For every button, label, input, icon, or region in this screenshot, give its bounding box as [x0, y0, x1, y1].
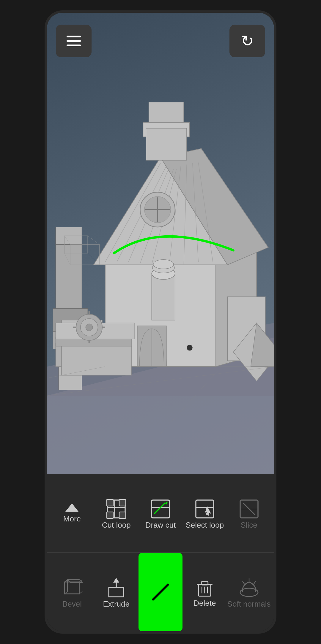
draw-cut-label: Draw cut	[145, 521, 176, 529]
cut-loop-button[interactable]: Cut loop	[94, 474, 139, 552]
slice-icon	[237, 497, 261, 521]
phone-frame: ↺	[45, 10, 276, 634]
slice-label: Slice	[240, 521, 257, 529]
draw-stroke-button[interactable]	[139, 553, 183, 631]
soft-normals-button[interactable]: Soft normals	[227, 553, 271, 631]
svg-line-71	[155, 503, 165, 513]
menu-button[interactable]	[56, 25, 92, 57]
svg-rect-65	[107, 499, 113, 506]
svg-rect-39	[62, 346, 131, 375]
slice-button[interactable]: Slice	[227, 474, 271, 552]
hamburger-icon	[67, 36, 81, 46]
draw-stroke-icon	[149, 580, 172, 604]
svg-rect-66	[119, 499, 126, 506]
delete-label: Delete	[193, 599, 216, 607]
cut-loop-label: Cut loop	[102, 521, 131, 529]
toolbar-row-1: More Cut loop	[47, 474, 274, 552]
bevel-icon	[60, 576, 84, 600]
svg-point-57	[153, 260, 174, 269]
extrude-button[interactable]: Extrude	[94, 553, 139, 631]
svg-point-26	[187, 345, 193, 351]
svg-rect-68	[119, 512, 126, 518]
cut-loop-icon	[104, 497, 128, 521]
select-loop-icon	[193, 497, 217, 521]
svg-marker-86	[113, 578, 119, 583]
scene-3d	[47, 13, 274, 499]
toolbar-row-2: Bevel Extrude	[47, 553, 274, 631]
svg-rect-84	[109, 587, 124, 597]
draw-cut-button[interactable]: Draw cut	[139, 474, 183, 552]
soft-normals-icon	[237, 576, 261, 600]
extrude-label: Extrude	[103, 600, 130, 608]
svg-rect-54	[152, 274, 175, 320]
more-icon	[65, 503, 78, 515]
delete-icon	[193, 577, 216, 599]
svg-marker-72	[165, 502, 168, 505]
svg-line-51	[88, 236, 99, 244]
extrude-icon	[104, 576, 128, 600]
toolbar: More Cut loop	[47, 474, 274, 631]
svg-rect-32	[146, 128, 187, 160]
select-loop-button[interactable]: Select loop	[182, 474, 227, 552]
svg-line-97	[243, 581, 245, 584]
delete-button[interactable]: Delete	[182, 553, 227, 631]
viewport[interactable]: ↺	[47, 13, 274, 499]
svg-rect-73	[196, 500, 214, 518]
draw-cut-icon	[149, 497, 172, 521]
undo-icon: ↺	[241, 32, 254, 50]
select-loop-label: Select loop	[185, 521, 224, 529]
more-label: More	[63, 515, 81, 523]
more-button[interactable]: More	[50, 474, 94, 552]
soft-normals-label: Soft normals	[227, 600, 271, 608]
undo-button[interactable]: ↺	[229, 25, 265, 57]
svg-line-88	[153, 585, 168, 599]
bevel-button[interactable]: Bevel	[50, 553, 94, 631]
bevel-label: Bevel	[62, 600, 82, 608]
svg-line-98	[254, 581, 256, 584]
svg-rect-67	[107, 512, 113, 518]
svg-point-43	[86, 324, 93, 331]
